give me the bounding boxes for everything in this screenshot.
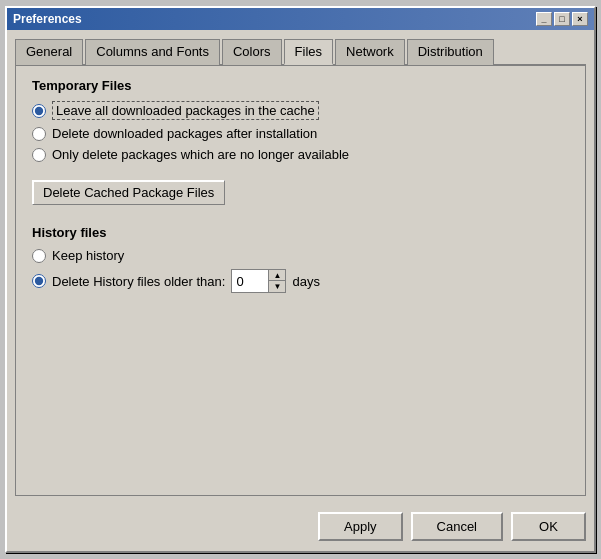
- tab-general[interactable]: General: [15, 39, 83, 65]
- close-button[interactable]: ×: [572, 12, 588, 26]
- radio-delete-unavailable[interactable]: Only delete packages which are no longer…: [32, 147, 569, 162]
- radio-keep-history-input[interactable]: [32, 249, 46, 263]
- radio-leave-input[interactable]: [32, 104, 46, 118]
- temp-files-radio-group: Leave all downloaded packages in the cac…: [32, 101, 569, 162]
- days-spinner[interactable]: ▲ ▼: [231, 269, 286, 293]
- radio-delete-older-input[interactable]: [32, 274, 46, 288]
- radio-delete-unavailable-label: Only delete packages which are no longer…: [52, 147, 349, 162]
- window-content: General Columns and Fonts Colors Files N…: [7, 30, 594, 504]
- days-label: days: [292, 274, 319, 289]
- history-files-title: History files: [32, 225, 569, 240]
- preferences-window: Preferences _ □ × General Columns and Fo…: [5, 6, 596, 553]
- radio-delete-after[interactable]: Delete downloaded packages after install…: [32, 126, 569, 141]
- apply-button[interactable]: Apply: [318, 512, 403, 541]
- spin-arrows: ▲ ▼: [268, 270, 285, 292]
- maximize-button[interactable]: □: [554, 12, 570, 26]
- radio-delete-older[interactable]: Delete History files older than: ▲ ▼ day…: [32, 269, 569, 293]
- radio-delete-older-label: Delete History files older than:: [52, 274, 225, 289]
- minimize-button[interactable]: _: [536, 12, 552, 26]
- radio-delete-after-input[interactable]: [32, 127, 46, 141]
- delete-older-row: Delete History files older than: ▲ ▼ day…: [52, 269, 320, 293]
- button-bar: Apply Cancel OK: [7, 504, 594, 551]
- radio-keep-history-label: Keep history: [52, 248, 124, 263]
- cancel-button[interactable]: Cancel: [411, 512, 503, 541]
- tab-columns-fonts[interactable]: Columns and Fonts: [85, 39, 220, 65]
- delete-cache-button[interactable]: Delete Cached Package Files: [32, 180, 225, 205]
- window-controls: _ □ ×: [536, 12, 588, 26]
- titlebar: Preferences _ □ ×: [7, 8, 594, 30]
- tab-colors[interactable]: Colors: [222, 39, 282, 65]
- temp-files-title: Temporary Files: [32, 78, 569, 93]
- radio-leave-label: Leave all downloaded packages in the cac…: [52, 101, 319, 120]
- files-tab-panel: Temporary Files Leave all downloaded pac…: [15, 66, 586, 496]
- history-radio-group: Keep history Delete History files older …: [32, 248, 569, 293]
- tab-files[interactable]: Files: [284, 39, 333, 65]
- history-section: History files Keep history Delete Histor…: [32, 225, 569, 293]
- radio-keep-history[interactable]: Keep history: [32, 248, 569, 263]
- radio-leave[interactable]: Leave all downloaded packages in the cac…: [32, 101, 569, 120]
- ok-button[interactable]: OK: [511, 512, 586, 541]
- tab-bar: General Columns and Fonts Colors Files N…: [15, 38, 586, 66]
- tab-distribution[interactable]: Distribution: [407, 39, 494, 65]
- radio-delete-unavailable-input[interactable]: [32, 148, 46, 162]
- tab-network[interactable]: Network: [335, 39, 405, 65]
- radio-delete-after-label: Delete downloaded packages after install…: [52, 126, 317, 141]
- window-title: Preferences: [13, 12, 82, 26]
- spin-down-button[interactable]: ▼: [269, 281, 285, 292]
- days-input[interactable]: [232, 270, 268, 292]
- spin-up-button[interactable]: ▲: [269, 270, 285, 281]
